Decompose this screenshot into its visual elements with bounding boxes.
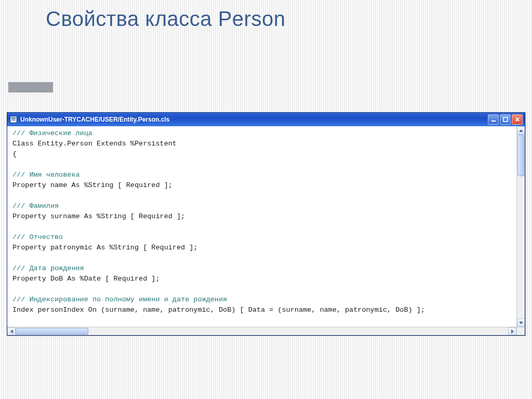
svg-rect-2 xyxy=(11,119,16,119)
scroll-v-thumb[interactable] xyxy=(517,135,524,176)
svg-rect-5 xyxy=(503,117,508,122)
code-line: /// Индексирование по полному имени и да… xyxy=(12,295,512,305)
window-title: UnknownUser-TRYCACHE/USER/Entity.Person.… xyxy=(20,116,169,123)
scroll-h-track[interactable] xyxy=(16,327,508,335)
code-line: /// Имя человека xyxy=(12,170,512,180)
scroll-right-button[interactable] xyxy=(508,327,516,335)
scroll-v-track[interactable] xyxy=(517,135,525,318)
scroll-up-button[interactable] xyxy=(517,126,525,135)
scroll-down-button[interactable] xyxy=(517,318,525,327)
code-line: Property patronymic As %String [ Require… xyxy=(12,243,512,253)
svg-rect-4 xyxy=(491,121,496,122)
slide: Свойства класса Person UnknownUser-TRYCA… xyxy=(0,0,532,399)
code-line: Property name As %String [ Required ]; xyxy=(12,180,512,191)
close-button[interactable] xyxy=(512,114,523,125)
slide-title: Свойства класса Person xyxy=(46,7,285,31)
scroll-corner xyxy=(516,327,525,335)
code-line: Class Entity.Person Extends %Persistent xyxy=(12,139,512,149)
code-line: { xyxy=(12,149,512,159)
maximize-button[interactable] xyxy=(500,114,511,125)
editor-area: /// Физические лицаClass Entity.Person E… xyxy=(7,126,525,335)
scroll-left-button[interactable] xyxy=(7,327,16,335)
scroll-h-thumb[interactable] xyxy=(16,328,88,335)
accent-bar xyxy=(8,82,53,92)
code-line: /// Отчество xyxy=(12,232,512,243)
code-line xyxy=(12,222,512,232)
app-icon xyxy=(9,115,18,124)
vertical-scrollbar[interactable] xyxy=(516,126,525,327)
code-line: /// Фамилия xyxy=(12,201,512,211)
code-editor[interactable]: /// Физические лицаClass Entity.Person E… xyxy=(7,126,516,327)
window-buttons xyxy=(488,114,525,125)
code-line xyxy=(12,284,512,295)
minimize-button[interactable] xyxy=(488,114,499,125)
code-line xyxy=(12,191,512,201)
code-line xyxy=(12,315,512,326)
editor-window: UnknownUser-TRYCACHE/USER/Entity.Person.… xyxy=(7,112,525,336)
code-line xyxy=(12,253,512,263)
code-line: Index personIndex On (surname, name, pat… xyxy=(12,305,512,315)
code-line: Property surname As %String [ Required ]… xyxy=(12,211,512,222)
code-line xyxy=(12,159,512,170)
code-line: /// Дата рождения xyxy=(12,263,512,274)
window-titlebar[interactable]: UnknownUser-TRYCACHE/USER/Entity.Person.… xyxy=(7,113,525,126)
code-line: Property DoB As %Date [ Required ]; xyxy=(12,274,512,284)
svg-rect-1 xyxy=(11,117,16,118)
svg-rect-3 xyxy=(11,120,16,121)
code-line: /// Физические лица xyxy=(12,128,512,139)
horizontal-scrollbar[interactable] xyxy=(7,327,516,335)
